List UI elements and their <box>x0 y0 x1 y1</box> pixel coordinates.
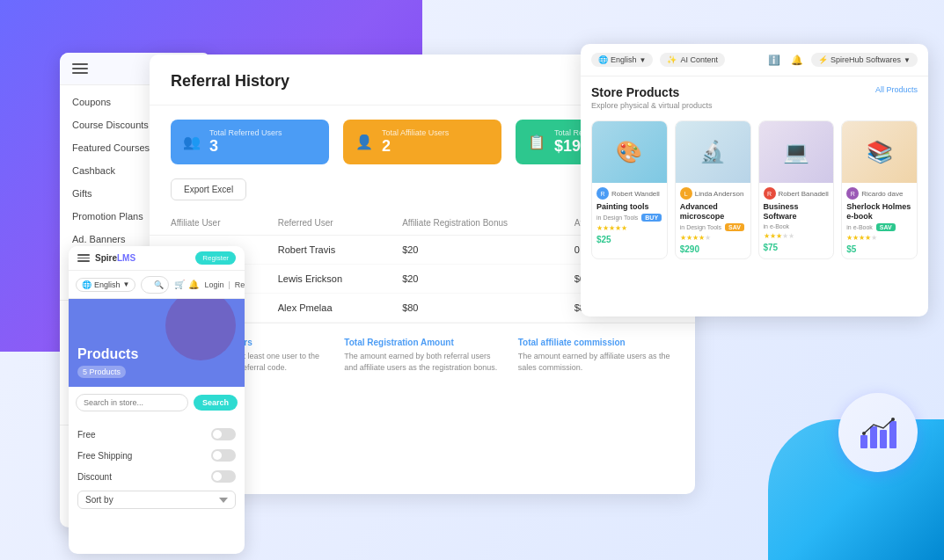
svg-point-4 <box>891 418 895 421</box>
store-icons: ℹ️ 🔔 ⚡ SpireHub Softwares ▼ <box>765 51 918 69</box>
login-link[interactable]: Login <box>204 280 223 289</box>
filter-free-label: Free <box>77 430 96 440</box>
nav-icons: 🛒 🔔 <box>174 280 199 289</box>
product-stars-2: ★★★★★ <box>680 234 746 242</box>
cart-icon[interactable]: 🛒 <box>174 280 185 289</box>
flag-icon: 🌐 <box>82 280 91 289</box>
svg-rect-3 <box>889 421 896 448</box>
stat-card-affiliate: 👤 Total Affiliate Users 2 <box>343 120 501 164</box>
store-search-input[interactable] <box>76 394 188 411</box>
product-category-4: in e-Book SAV <box>846 223 912 231</box>
products-search-wrap: 🔍 <box>141 275 169 294</box>
product-info-2: L Linda Anderson Advanced microscope in … <box>676 183 750 258</box>
product-price-4: $5 <box>846 244 912 254</box>
product-image-4: 📚 <box>842 121 917 183</box>
start-learning-button[interactable]: Register <box>195 251 236 265</box>
toggle-free[interactable] <box>211 428 236 440</box>
product-info-4: R Ricardo dave Sherlock Holmes e-book in… <box>842 183 917 258</box>
products-search-nav: 🌐 English ▼ 🔍 🛒 🔔 Login | Register <box>69 271 245 299</box>
product-badge-4: SAV <box>876 223 896 231</box>
filter-free: Free <box>77 424 236 445</box>
cell-bonus-3: $80 <box>381 294 553 323</box>
chevron-down-icon: ▼ <box>904 56 911 64</box>
product-category-1: in Design Tools BUY <box>596 214 662 222</box>
sidebar-label-featured-courses: Featured Courses <box>72 142 150 153</box>
product-card-3[interactable]: 💻 R Robert Banadell Business Software in… <box>758 120 835 259</box>
author-avatar-1: R <box>596 187 609 200</box>
sidebar-label-ad-banners: Ad. Banners <box>72 234 126 244</box>
store-lang-label: English <box>611 55 637 64</box>
author-name-3: Robert Banadell <box>779 190 829 198</box>
spirehub-button[interactable]: ⚡ SpireHub Softwares ▼ <box>811 53 918 67</box>
product-name-2: Advanced microscope <box>680 202 746 222</box>
product-price-3: $75 <box>764 243 830 252</box>
col-referred-user: Referred User <box>257 211 381 236</box>
product-card-1[interactable]: 🎨 R Robert Wandell Painting tools in Des… <box>591 120 668 259</box>
spirelms-hamburger[interactable] <box>77 254 90 262</box>
spirehub-label: SpireHub Softwares <box>831 55 901 64</box>
store-products-panel: 🌐 English ▼ ✨ AI Content ℹ️ 🔔 ⚡ SpireHub… <box>581 44 928 316</box>
products-hero: Products 5 Products <box>69 299 245 387</box>
flag-icon: 🌐 <box>598 55 608 64</box>
product-image-3: 💻 <box>759 121 834 183</box>
referred-users-icon: 👥 <box>183 134 201 150</box>
language-selector[interactable]: 🌐 English ▼ <box>76 278 135 292</box>
product-card-2[interactable]: 🔬 L Linda Anderson Advanced microscope i… <box>675 120 751 259</box>
store-topbar: 🌐 English ▼ ✨ AI Content ℹ️ 🔔 ⚡ SpireHub… <box>581 44 928 76</box>
products-title: Products <box>77 346 138 362</box>
author-avatar-3: R <box>764 187 776 200</box>
svg-rect-0 <box>860 435 867 448</box>
product-author-1: R Robert Wandell <box>596 187 662 200</box>
cell-referred-3: Alex Pmelaa <box>257 294 381 323</box>
svg-point-5 <box>862 432 866 435</box>
chevron-down-icon: ▼ <box>640 56 647 64</box>
sidebar-label-gifts: Gifts <box>72 188 92 199</box>
filter-free-shipping: Free Shipping <box>77 445 236 466</box>
bell-icon[interactable]: 🔔 <box>188 280 199 289</box>
products-panel: SpireLMS Register 🌐 English ▼ 🔍 🛒 🔔 Logi… <box>69 246 245 554</box>
footer-text-2: The amount earned by both referral users… <box>344 351 500 373</box>
product-card-4[interactable]: 📚 R Ricardo dave Sherlock Holmes e-book … <box>841 120 918 259</box>
auth-links: Login | Register <box>204 280 245 289</box>
toggle-free-shipping[interactable] <box>211 449 236 462</box>
register-link[interactable]: Register <box>235 280 245 289</box>
product-price-1: $25 <box>596 235 662 244</box>
toggle-discount[interactable] <box>211 470 236 483</box>
sidebar-label-promotion-plans: Promotion Plans <box>72 211 143 222</box>
author-avatar-2: L <box>680 187 692 200</box>
analytics-circle <box>838 393 918 472</box>
cell-bonus-2: $20 <box>381 265 553 294</box>
product-name-1: Painting tools <box>596 202 662 212</box>
stat-info-referred: Total Referred Users 3 <box>209 128 282 156</box>
filter-discount-label: Discount <box>77 472 112 482</box>
ai-content-button[interactable]: ✨ AI Content <box>660 53 725 67</box>
product-stars-4: ★★★★★ <box>846 234 912 242</box>
stat-label-affiliate: Total Affiliate Users <box>382 128 449 137</box>
affiliate-icon: 👤 <box>355 134 373 150</box>
author-name-4: Ricardo dave <box>861 190 903 198</box>
product-info-3: R Robert Banadell Business Software in e… <box>759 183 834 257</box>
product-stars-3: ★★★★★ <box>764 232 830 240</box>
bell-icon[interactable]: 🔔 <box>788 51 806 69</box>
product-image-1: 🎨 <box>592 121 667 183</box>
info-icon[interactable]: ℹ️ <box>765 51 783 69</box>
sidebar-label-cashback: Cashback <box>72 165 115 176</box>
cell-referred-2: Lewis Erickson <box>257 265 381 294</box>
export-excel-button[interactable]: Export Excel <box>171 178 246 200</box>
author-name-2: Linda Anderson <box>695 190 744 198</box>
store-language-selector[interactable]: 🌐 English ▼ <box>591 53 653 67</box>
store-content-header: Store Products Explore physical & virtua… <box>581 76 928 115</box>
store-subtitle: Explore physical & virtual products <box>591 101 713 110</box>
ai-content-label: AI Content <box>680 55 718 64</box>
chevron-down-icon: ▼ <box>123 280 130 288</box>
all-products-link[interactable]: All Products <box>875 85 918 94</box>
footer-text-3: The amount earned by affiliate users as … <box>518 351 674 373</box>
product-price-2: $290 <box>680 244 746 254</box>
product-category-3: in e-Book <box>764 223 830 229</box>
product-info-1: R Robert Wandell Painting tools in Desig… <box>592 183 667 249</box>
store-search-button[interactable]: Search <box>194 395 238 411</box>
store-title: Store Products <box>591 85 713 99</box>
sort-select[interactable]: Sort by Price: Low to High Price: High t… <box>77 491 236 509</box>
author-name-1: Robert Wandell <box>611 190 660 198</box>
stat-value-affiliate: 2 <box>382 137 449 156</box>
